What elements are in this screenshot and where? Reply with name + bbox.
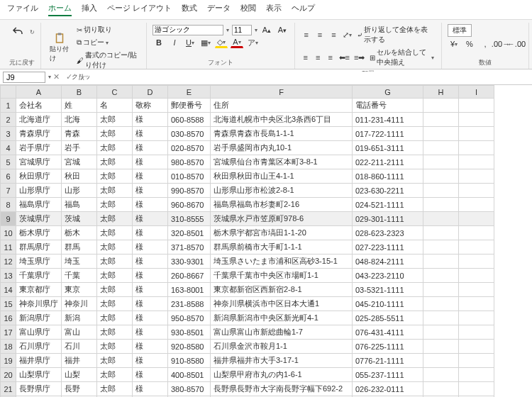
cell[interactable] [423, 155, 459, 169]
cell[interactable]: 東京都庁 [16, 283, 62, 297]
cell[interactable]: 山形県山形市松波2-8-1 [211, 184, 353, 198]
phonetic-button[interactable]: ア▾ [246, 37, 259, 48]
row-header[interactable]: 20 [1, 368, 16, 382]
cell[interactable]: 福井県庁 [16, 354, 62, 368]
cell[interactable]: 長野県庁 [16, 382, 62, 396]
row-header[interactable]: 17 [1, 325, 16, 340]
decrease-font-icon[interactable]: A▾ [276, 24, 289, 35]
row-header[interactable]: 10 [1, 226, 16, 240]
increase-font-icon[interactable]: A▴ [260, 24, 273, 35]
align-top-icon[interactable]: ≡ [301, 29, 311, 40]
cell[interactable]: 富山 [62, 325, 97, 340]
cell[interactable]: 025-285-5511 [353, 311, 423, 325]
cell[interactable]: 山梨県甲府市丸の内1-6-1 [211, 368, 353, 382]
currency-icon[interactable]: ¥▾ [448, 38, 460, 50]
cell[interactable]: 敬称 [133, 99, 168, 113]
cell[interactable]: 埼玉県さいたま市浦和区高砂3-15-1 [211, 255, 353, 269]
cell[interactable]: 028-623-2323 [353, 226, 423, 240]
cell[interactable] [423, 113, 459, 127]
wrap-text-button[interactable]: ⤶折り返して全体を表示する [355, 24, 436, 45]
cell[interactable] [459, 127, 494, 141]
cell[interactable] [459, 184, 494, 198]
cell[interactable]: 163-8001 [168, 283, 211, 297]
cell[interactable]: 宮城 [62, 155, 97, 169]
cell[interactable]: 太郎 [97, 240, 133, 255]
cell[interactable]: 様 [133, 212, 168, 226]
cell[interactable] [423, 99, 459, 113]
cell[interactable]: 020-8570 [168, 141, 211, 155]
menu-ファイル[interactable]: ファイル [7, 3, 38, 16]
cell[interactable] [459, 212, 494, 226]
cell[interactable] [459, 255, 494, 269]
cell[interactable]: 様 [133, 283, 168, 297]
font-size-select[interactable] [232, 25, 252, 35]
align-right-icon[interactable]: ≡ [326, 52, 336, 63]
cell[interactable]: 青森県青森市長島1-1-1 [211, 127, 353, 141]
cell[interactable]: 024-521-1111 [353, 198, 423, 212]
fx-icon[interactable]: fx [77, 72, 87, 82]
cell[interactable]: 様 [133, 325, 168, 340]
menu-校閲[interactable]: 校閲 [240, 3, 256, 16]
cell[interactable]: 太郎 [97, 325, 133, 340]
cell[interactable]: 027-223-1111 [353, 240, 423, 255]
cell[interactable]: 山梨県庁 [16, 368, 62, 382]
cell[interactable]: 岩手県盛岡市内丸10-1 [211, 141, 353, 155]
cell[interactable]: 石川県金沢市鞍月1-1 [211, 340, 353, 354]
col-header-I[interactable]: I [459, 86, 494, 99]
cell[interactable]: 福井県福井市大手3-17-1 [211, 354, 353, 368]
underline-button[interactable]: U▾ [184, 37, 196, 48]
cell[interactable]: 新潟県庁 [16, 311, 62, 325]
cell[interactable]: 千葉県千葉市中央区市場町1-1 [211, 269, 353, 283]
align-center-icon[interactable]: ≡ [314, 52, 323, 63]
cell[interactable]: 380-8570 [168, 382, 211, 396]
cell[interactable]: 秋田 [62, 169, 97, 184]
cell[interactable] [459, 354, 494, 368]
enter-icon[interactable]: ✓ [64, 72, 74, 82]
row-header[interactable]: 15 [1, 297, 16, 311]
cell[interactable]: 990-8570 [168, 184, 211, 198]
cell[interactable]: 太郎 [97, 169, 133, 184]
cell[interactable]: 様 [133, 113, 168, 127]
cell[interactable]: 017-722-1111 [353, 127, 423, 141]
cell[interactable]: 太郎 [97, 212, 133, 226]
cell[interactable]: 福島 [62, 198, 97, 212]
italic-button[interactable]: I [168, 37, 181, 48]
cell[interactable]: 03-5321-1111 [353, 283, 423, 297]
cell[interactable]: 住所 [211, 99, 353, 113]
cell[interactable]: 青森県庁 [16, 127, 62, 141]
font-name-select[interactable] [153, 25, 223, 35]
cell[interactable] [459, 269, 494, 283]
sheet-grid[interactable]: ABCDEFGHI1会社名姓名敬称郵便番号住所電話番号2北海道庁北海太郎様060… [0, 85, 532, 397]
align-left-icon[interactable]: ≡ [301, 52, 311, 63]
fill-color-button[interactable]: ◇▾ [215, 37, 228, 48]
cell[interactable]: 福島県福島市杉妻町2-16 [211, 198, 353, 212]
cell[interactable] [459, 325, 494, 340]
format-painter-button[interactable]: 🖌書式のコピー/貼り付け [75, 50, 140, 71]
row-header[interactable]: 21 [1, 382, 16, 396]
cell[interactable]: 920-8580 [168, 340, 211, 354]
cell[interactable]: 026-232-0111 [353, 382, 423, 396]
cell[interactable]: 043-223-2110 [353, 269, 423, 283]
formula-input[interactable] [89, 72, 532, 83]
cell[interactable]: 茨城県庁 [16, 212, 62, 226]
cell[interactable]: 231-8588 [168, 297, 211, 311]
cell[interactable]: 様 [133, 198, 168, 212]
cell[interactable]: 電話番号 [353, 99, 423, 113]
name-box[interactable] [3, 72, 45, 83]
cell[interactable] [459, 169, 494, 184]
cell[interactable]: 石川 [62, 340, 97, 354]
cell[interactable] [459, 141, 494, 155]
cell[interactable]: 076-431-4111 [353, 325, 423, 340]
row-header[interactable]: 9 [1, 212, 16, 226]
cell[interactable] [423, 240, 459, 255]
cell[interactable]: 群馬県前橋市大手町1-1-1 [211, 240, 353, 255]
cell[interactable]: 神奈川県庁 [16, 297, 62, 311]
cell[interactable]: 910-8580 [168, 354, 211, 368]
row-header[interactable]: 1 [1, 99, 16, 113]
cell[interactable]: 岩手 [62, 141, 97, 155]
indent-dec-icon[interactable]: ⬅≡ [338, 52, 350, 63]
cell[interactable]: 様 [133, 255, 168, 269]
cell[interactable] [423, 283, 459, 297]
cell[interactable]: 076-225-1111 [353, 340, 423, 354]
cell[interactable]: 北海 [62, 113, 97, 127]
